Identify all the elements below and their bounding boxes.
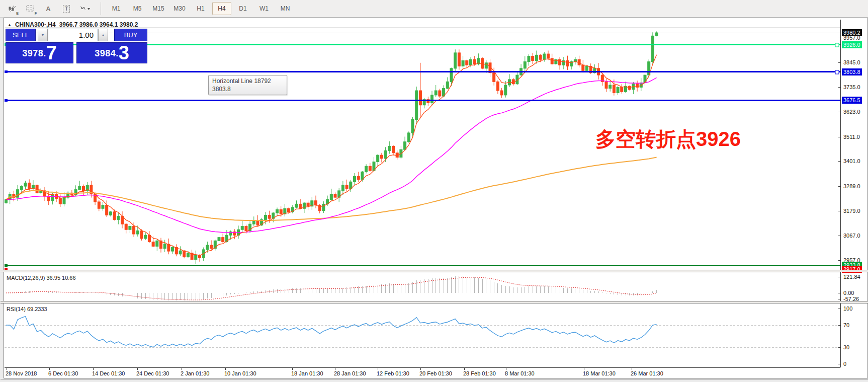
tooltip-line-price: 3803.8 [212, 85, 283, 93]
price-axis-tick-label: 3401.0 [842, 158, 862, 165]
sell-price-main: 3978. [22, 48, 46, 59]
price-line-badge: 3676.5 [842, 97, 862, 104]
date-axis-label: 10 Jan 01:30 [224, 370, 256, 376]
date-axis-label: 28 Nov 2018 [6, 370, 37, 376]
price-axis-tick-label: 3179.0 [842, 208, 862, 214]
tooltip-line-name: Horizontal Line 18792 [212, 77, 283, 85]
date-axis-label: 6 Dec 01:30 [48, 370, 78, 376]
date-axis-label: 28 Jan 01:30 [334, 370, 366, 376]
price-axis-tick-label: 3845.0 [842, 59, 862, 66]
date-axis-label: 24 Dec 01:30 [136, 370, 169, 376]
date-axis-label: 14 Dec 01:30 [92, 370, 125, 376]
chart-window: ▲ CHINA300-,H4 3966.7 3986.0 3964.1 3980… [4, 18, 868, 378]
buy-price-box[interactable]: 3984. 3 [76, 42, 147, 63]
volume-input[interactable] [48, 29, 98, 41]
macd-label: MACD(12,26,9) 36.95 10.66 [7, 275, 76, 281]
rsi-axis-label: 100 [842, 305, 854, 312]
price-axis-tick-label: 3067.0 [842, 233, 862, 239]
macd-axis-label: 121.84 [842, 274, 862, 280]
date-axis-label: 2 Jan 01:30 [181, 370, 210, 376]
horizontal-line-tooltip: Horizontal Line 18792 3803.8 [208, 75, 287, 95]
chart-symbol-period: CHINA300-,H4 [15, 21, 56, 28]
rsi-axis-label: 0 [842, 361, 848, 367]
price-line-badge: 3926.0 [842, 41, 862, 48]
date-axis-label: 20 Feb 01:30 [419, 370, 452, 376]
rsi-axis-label: 70 [842, 322, 851, 329]
chart-ohlc-values: 3966.7 3986.0 3964.1 3980.2 [59, 21, 138, 28]
macd-panel-divider[interactable] [1, 270, 868, 272]
rsi-axis-label: 30 [842, 344, 851, 351]
window-collapse-icon[interactable]: ▲ [8, 23, 12, 27]
date-axis-label: 26 Mar 01:30 [631, 370, 663, 376]
rsi-label: RSI(14) 69.2333 [7, 306, 47, 312]
chart-text-annotation[interactable]: 多空转折点3926 [595, 125, 741, 153]
date-axis-label: 8 Mar 01:30 [505, 370, 535, 376]
price-line-badge: 3980.2 [842, 29, 862, 36]
sell-price-box[interactable]: 3978. 7 [6, 42, 73, 63]
buy-price-big-digit: 3 [119, 43, 129, 63]
rsi-panel-divider[interactable] [1, 301, 868, 303]
date-axis-label: 12 Feb 01:30 [377, 370, 409, 376]
sell-price-big-digit: 7 [46, 43, 57, 63]
volume-decrease-button[interactable]: ▼ [38, 29, 48, 41]
price-axis-tick-label: 3623.0 [842, 109, 862, 115]
sell-button[interactable]: SELL [6, 29, 36, 41]
buy-button[interactable]: BUY [114, 29, 147, 41]
mt4-application: EFAT M1M5M15M30H1H4D1W1MN ▲ CHINA300-,H4… [0, 0, 868, 382]
price-line-badge: 3803.8 [842, 68, 862, 75]
date-axis-label: 28 Feb 01:30 [463, 370, 496, 376]
one-click-trading-panel: SELL ▼ ▲ BUY 3978. 7 3984. 3 [6, 29, 147, 63]
price-axis-tick-label: 3289.0 [842, 183, 862, 190]
volume-increase-button[interactable]: ▲ [98, 29, 108, 41]
price-axis-tick-label: 3735.0 [842, 84, 862, 91]
date-axis-label: 18 Mar 01:30 [583, 370, 616, 376]
date-axis-label: 18 Jan 01:30 [291, 370, 323, 376]
buy-price-main: 3984. [95, 48, 119, 59]
window-bottom-strip [1, 379, 868, 382]
chart-title: ▲ CHINA300-,H4 3966.7 3986.0 3964.1 3980… [8, 21, 138, 28]
price-axis-tick-label: 3511.0 [842, 134, 861, 140]
